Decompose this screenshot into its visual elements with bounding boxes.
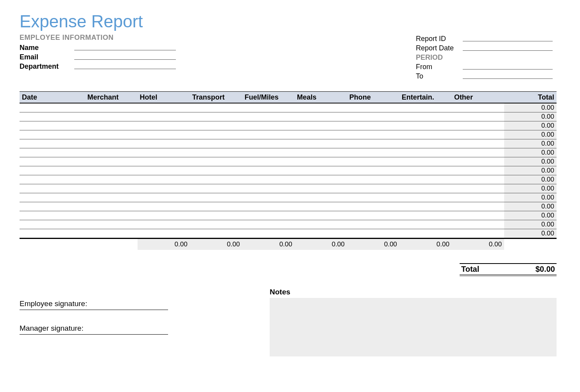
cell-transport[interactable] [190, 229, 242, 239]
cell-fuel[interactable] [242, 211, 295, 220]
cell-phone[interactable] [347, 211, 399, 220]
cell-meals[interactable] [295, 103, 347, 112]
cell-entertain[interactable] [399, 193, 452, 202]
cell-meals[interactable] [295, 121, 347, 130]
cell-hotel[interactable] [138, 211, 190, 220]
cell-hotel[interactable] [138, 229, 190, 239]
cell-fuel[interactable] [242, 175, 295, 184]
cell-transport[interactable] [190, 139, 242, 148]
cell-fuel[interactable] [242, 130, 295, 139]
cell-other[interactable] [452, 121, 504, 130]
cell-hotel[interactable] [138, 112, 190, 121]
cell-merchant[interactable] [85, 184, 138, 193]
cell-hotel[interactable] [138, 130, 190, 139]
cell-transport[interactable] [190, 193, 242, 202]
cell-phone[interactable] [347, 229, 399, 239]
cell-meals[interactable] [295, 112, 347, 121]
cell-merchant[interactable] [85, 175, 138, 184]
cell-other[interactable] [452, 202, 504, 211]
cell-date[interactable] [20, 157, 85, 166]
cell-hotel[interactable] [138, 139, 190, 148]
cell-hotel[interactable] [138, 193, 190, 202]
cell-fuel[interactable] [242, 148, 295, 157]
cell-meals[interactable] [295, 193, 347, 202]
cell-other[interactable] [452, 220, 504, 229]
department-input-line[interactable] [74, 68, 176, 69]
cell-date[interactable] [20, 220, 85, 229]
cell-other[interactable] [452, 157, 504, 166]
cell-phone[interactable] [347, 166, 399, 175]
cell-other[interactable] [452, 193, 504, 202]
cell-other[interactable] [452, 211, 504, 220]
cell-phone[interactable] [347, 103, 399, 112]
cell-meals[interactable] [295, 175, 347, 184]
cell-merchant[interactable] [85, 139, 138, 148]
cell-other[interactable] [452, 130, 504, 139]
cell-entertain[interactable] [399, 148, 452, 157]
cell-hotel[interactable] [138, 157, 190, 166]
cell-merchant[interactable] [85, 211, 138, 220]
cell-merchant[interactable] [85, 202, 138, 211]
cell-fuel[interactable] [242, 103, 295, 112]
cell-meals[interactable] [295, 157, 347, 166]
cell-transport[interactable] [190, 103, 242, 112]
cell-date[interactable] [20, 112, 85, 121]
cell-merchant[interactable] [85, 112, 138, 121]
cell-other[interactable] [452, 184, 504, 193]
cell-date[interactable] [20, 229, 85, 239]
cell-transport[interactable] [190, 220, 242, 229]
cell-date[interactable] [20, 175, 85, 184]
cell-fuel[interactable] [242, 139, 295, 148]
cell-date[interactable] [20, 103, 85, 112]
cell-merchant[interactable] [85, 166, 138, 175]
cell-transport[interactable] [190, 121, 242, 130]
cell-other[interactable] [452, 103, 504, 112]
cell-hotel[interactable] [138, 175, 190, 184]
cell-phone[interactable] [347, 112, 399, 121]
cell-phone[interactable] [347, 202, 399, 211]
cell-entertain[interactable] [399, 184, 452, 193]
cell-transport[interactable] [190, 112, 242, 121]
cell-date[interactable] [20, 211, 85, 220]
cell-phone[interactable] [347, 121, 399, 130]
cell-merchant[interactable] [85, 130, 138, 139]
cell-transport[interactable] [190, 157, 242, 166]
period-from-input-line[interactable] [463, 69, 553, 69]
cell-meals[interactable] [295, 229, 347, 239]
cell-date[interactable] [20, 202, 85, 211]
cell-fuel[interactable] [242, 202, 295, 211]
cell-fuel[interactable] [242, 112, 295, 121]
cell-hotel[interactable] [138, 184, 190, 193]
name-input-line[interactable] [74, 50, 176, 50]
cell-entertain[interactable] [399, 211, 452, 220]
cell-meals[interactable] [295, 166, 347, 175]
cell-meals[interactable] [295, 184, 347, 193]
cell-entertain[interactable] [399, 130, 452, 139]
cell-transport[interactable] [190, 148, 242, 157]
cell-transport[interactable] [190, 166, 242, 175]
report-id-input-line[interactable] [463, 41, 553, 41]
cell-fuel[interactable] [242, 193, 295, 202]
cell-transport[interactable] [190, 130, 242, 139]
report-date-input-line[interactable] [463, 50, 553, 51]
cell-date[interactable] [20, 148, 85, 157]
cell-phone[interactable] [347, 184, 399, 193]
cell-meals[interactable] [295, 148, 347, 157]
cell-hotel[interactable] [138, 220, 190, 229]
cell-other[interactable] [452, 166, 504, 175]
email-input-line[interactable] [74, 59, 176, 60]
cell-phone[interactable] [347, 193, 399, 202]
cell-merchant[interactable] [85, 229, 138, 239]
cell-fuel[interactable] [242, 229, 295, 239]
cell-hotel[interactable] [138, 166, 190, 175]
cell-date[interactable] [20, 121, 85, 130]
period-to-input-line[interactable] [463, 78, 553, 79]
cell-entertain[interactable] [399, 166, 452, 175]
cell-fuel[interactable] [242, 184, 295, 193]
cell-hotel[interactable] [138, 148, 190, 157]
cell-entertain[interactable] [399, 121, 452, 130]
cell-meals[interactable] [295, 220, 347, 229]
cell-entertain[interactable] [399, 112, 452, 121]
cell-merchant[interactable] [85, 103, 138, 112]
cell-other[interactable] [452, 175, 504, 184]
